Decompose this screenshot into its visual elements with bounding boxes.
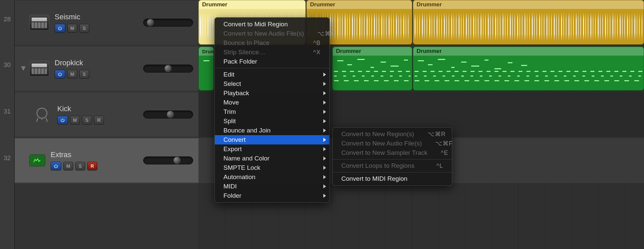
- menu-separator: [215, 68, 329, 68]
- region-label: Drummer: [413, 0, 644, 9]
- track-header-dropkick[interactable]: Dropkick M S: [15, 46, 198, 91]
- ruler-number: 32: [0, 154, 14, 162]
- ruler-number: 28: [0, 16, 14, 23]
- menu-item-select[interactable]: Select: [215, 79, 329, 89]
- submenu-arrow-icon: [323, 82, 326, 86]
- menu-item-strip-silence[interactable]: Strip Silence…^X: [215, 48, 329, 57]
- midi-notes-icon: [415, 57, 642, 89]
- midi-notes-icon: [334, 57, 411, 89]
- menu-item-convert-to-midi-region[interactable]: Convert to Midi Region: [215, 20, 329, 29]
- track-name-label: Seismic: [55, 13, 143, 21]
- mute-button[interactable]: M: [70, 116, 80, 124]
- submenu-arrow-icon: [323, 138, 326, 142]
- region-label: Drummer: [413, 47, 644, 56]
- submenu-arrow-icon: [323, 194, 326, 198]
- menu-item-convert-to-new-audio-files[interactable]: Convert to New Audio File(s)⌥⌘F: [215, 29, 329, 38]
- menu-item-convert[interactable]: Convert: [215, 135, 329, 144]
- menu-separator: [333, 159, 452, 159]
- ruler-number: 31: [0, 108, 14, 115]
- mute-button[interactable]: M: [63, 162, 73, 170]
- drum-machine-icon: [29, 61, 49, 77]
- context-submenu-convert[interactable]: Convert to New Region(s)⌥⌘R Convert to N…: [332, 127, 452, 186]
- menu-item-bounce-and-join[interactable]: Bounce and Join: [215, 126, 329, 135]
- track-name-label: Kick: [57, 105, 143, 113]
- midi-track-icon: [29, 154, 45, 166]
- midi-region[interactable]: Drum…: [198, 47, 214, 91]
- submenu-arrow-icon: [323, 101, 326, 105]
- menu-item-trim[interactable]: Trim: [215, 107, 329, 117]
- ruler-number: 30: [0, 61, 14, 69]
- menu-item-midi[interactable]: MIDI: [215, 182, 329, 191]
- power-button[interactable]: [55, 70, 65, 79]
- menu-item-smpte-lock[interactable]: SMPTE Lock: [215, 163, 329, 172]
- submenu-arrow-icon: [323, 156, 326, 160]
- region-label: Drum…: [199, 47, 213, 56]
- solo-button[interactable]: S: [79, 70, 89, 79]
- submenu-arrow-icon: [323, 166, 326, 170]
- menu-item-playback[interactable]: Playback: [215, 89, 329, 98]
- power-button[interactable]: [57, 116, 68, 124]
- menu-separator: [333, 172, 452, 172]
- region-label: Drummer: [199, 0, 305, 9]
- menu-item-folder[interactable]: Folder: [215, 191, 329, 200]
- spacer: [20, 19, 27, 26]
- midi-region[interactable]: Drummer: [413, 47, 644, 91]
- midi-region[interactable]: Drummer: [332, 47, 412, 91]
- menu-item-bounce-in-place[interactable]: Bounce In Place^B: [215, 38, 329, 48]
- menu-item-pack-folder[interactable]: Pack Folder: [215, 57, 329, 66]
- timeline-ruler: 28 30 31 32: [0, 0, 15, 249]
- volume-slider[interactable]: [143, 156, 193, 164]
- menu-item-edit[interactable]: Edit: [215, 70, 329, 79]
- volume-slider[interactable]: [143, 19, 193, 27]
- record-button[interactable]: R: [94, 116, 104, 124]
- submenu-arrow-icon: [323, 128, 326, 132]
- submenu-arrow-icon: [323, 184, 326, 188]
- menu-item-convert-loops-to-regions[interactable]: Convert Loops to Regions^L: [333, 161, 452, 170]
- submenu-arrow-icon: [323, 175, 326, 179]
- mute-button[interactable]: M: [67, 70, 77, 79]
- empty-track-area: [15, 184, 198, 249]
- menu-item-convert-to-new-regions[interactable]: Convert to New Region(s)⌥⌘R: [333, 129, 452, 139]
- menu-item-export[interactable]: Export: [215, 144, 329, 154]
- track-header-kick[interactable]: Kick M S R: [15, 92, 198, 137]
- arrangement-area[interactable]: Drummer Drummer Drummer Drum… Drummer Dr…: [198, 0, 644, 249]
- power-button[interactable]: [51, 162, 61, 170]
- volume-slider[interactable]: [143, 65, 193, 73]
- submenu-arrow-icon: [323, 119, 326, 123]
- menu-item-convert-to-new-sampler-track[interactable]: Convert to New Sampler Track^E: [333, 148, 452, 157]
- spacer: [20, 157, 27, 164]
- menu-item-move[interactable]: Move: [215, 98, 329, 107]
- kick-drum-icon: [32, 107, 52, 123]
- drum-machine-icon: [29, 15, 49, 31]
- drummer-region[interactable]: Drummer: [413, 0, 644, 45]
- menu-item-split[interactable]: Split: [215, 117, 329, 126]
- context-menu[interactable]: Convert to Midi Region Convert to New Au…: [214, 17, 330, 203]
- svg-line-2: [46, 118, 47, 122]
- submenu-arrow-icon: [323, 147, 326, 151]
- spacer: [23, 111, 29, 118]
- waveform-icon: [415, 12, 642, 42]
- track-name-label: Dropkick: [55, 59, 143, 67]
- track-header-seismic[interactable]: Seismic M S: [15, 0, 198, 45]
- submenu-arrow-icon: [323, 110, 326, 114]
- menu-item-convert-to-midi-region-sub[interactable]: Convert to MIDI Region: [333, 174, 452, 183]
- volume-slider[interactable]: [143, 111, 193, 119]
- region-label: Drummer: [333, 47, 412, 56]
- submenu-arrow-icon: [323, 91, 326, 95]
- solo-button[interactable]: S: [75, 162, 85, 170]
- submenu-arrow-icon: [323, 73, 326, 77]
- svg-line-1: [37, 118, 38, 122]
- disclosure-triangle-icon[interactable]: [20, 65, 27, 72]
- menu-item-name-and-color[interactable]: Name and Color: [215, 154, 329, 163]
- solo-button[interactable]: S: [82, 116, 92, 124]
- track-header-panel: Seismic M S Dropkick M S: [15, 0, 198, 249]
- region-label: Drummer: [307, 0, 412, 9]
- solo-button[interactable]: S: [79, 24, 89, 33]
- track-name-label: Extras: [51, 150, 143, 159]
- power-button[interactable]: [55, 24, 65, 33]
- menu-item-automation[interactable]: Automation: [215, 172, 329, 182]
- record-button[interactable]: R: [87, 162, 97, 170]
- mute-button[interactable]: M: [67, 24, 77, 33]
- track-header-extras[interactable]: Extras M S R: [15, 138, 198, 183]
- menu-item-convert-to-new-audio-files-sub[interactable]: Convert to New Audio File(s)⌥⌘F: [333, 139, 452, 148]
